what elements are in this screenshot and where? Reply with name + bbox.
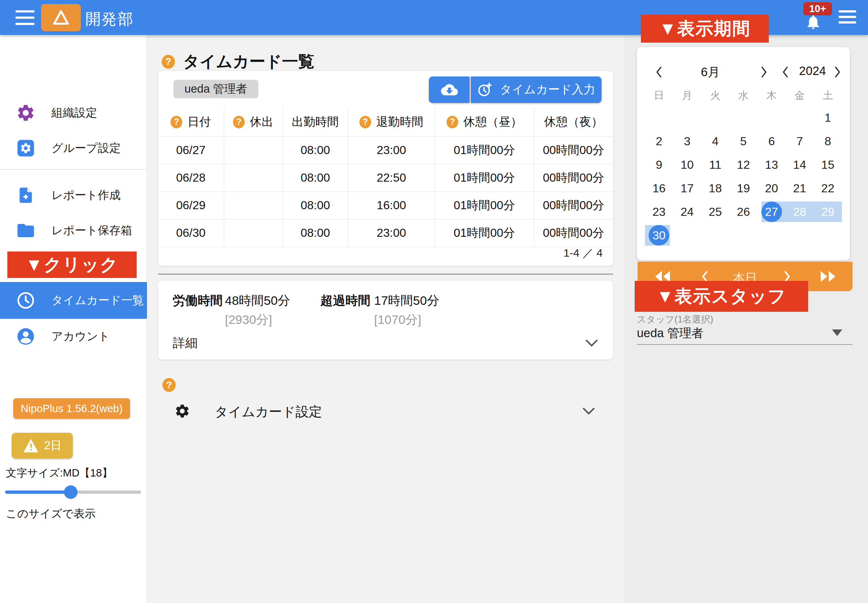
detail-expander[interactable]: 詳細 xyxy=(173,335,598,351)
sidebar: 組織設定 グループ設定 レポート作成 レポート保存箱 集計/CSV出 xyxy=(0,35,147,603)
help-icon[interactable]: ? xyxy=(162,55,175,69)
settings-help-icon[interactable]: ? xyxy=(162,378,176,392)
help-icon[interactable]: ? xyxy=(447,116,458,128)
table-row[interactable]: 06/3008:0023:0001時間00分00時間00分 xyxy=(158,219,613,247)
slider-thumb[interactable] xyxy=(64,485,77,499)
weekday-label: 金 xyxy=(786,84,814,107)
calendar-day[interactable]: 27 xyxy=(757,200,786,224)
notification-bell-icon[interactable] xyxy=(805,13,822,32)
version-button[interactable]: NipoPlus 1.56.2(web) xyxy=(13,398,130,419)
calendar-day[interactable]: 16 xyxy=(645,176,673,200)
timecard-input-button[interactable]: タイムカード入力 xyxy=(471,76,601,103)
fast-forward-icon[interactable] xyxy=(817,262,839,291)
calendar-day[interactable]: 8 xyxy=(814,130,842,153)
calendar-day[interactable]: 9 xyxy=(645,153,673,176)
table-cell: 16:00 xyxy=(348,192,435,219)
calendar-day[interactable]: 10 xyxy=(673,153,701,176)
table-row[interactable]: 06/2808:0022:5001時間00分00時間00分 xyxy=(158,164,613,192)
app-logo[interactable] xyxy=(41,4,81,31)
calendar-day[interactable]: 14 xyxy=(786,153,814,176)
calendar-day-empty xyxy=(814,224,842,247)
calendar-day[interactable]: 6 xyxy=(757,130,786,153)
table-cell: 06/30 xyxy=(158,219,224,247)
right-menu-hamburger-icon[interactable] xyxy=(839,10,856,23)
calendar-day[interactable]: 21 xyxy=(786,176,814,200)
calendar-day[interactable]: 28 xyxy=(786,200,814,224)
calendar-day[interactable]: 26 xyxy=(729,200,758,224)
calendar-day-empty xyxy=(729,224,758,247)
sidebar-item-group-settings[interactable]: グループ設定 xyxy=(0,130,147,166)
warning-days-button[interactable]: 2日 xyxy=(12,433,73,459)
sidebar-item-account[interactable]: アカウント xyxy=(0,319,147,354)
summary-card: 労働時間 48時間50分 [2930分] 超過時間 17時間50分 [1070分… xyxy=(158,281,613,360)
prev-year-icon[interactable] xyxy=(777,64,793,80)
calendar-week-row: 30 xyxy=(645,224,842,247)
labor-time-minutes: [2930分] xyxy=(225,311,272,328)
sidebar-item-report-box[interactable]: レポート保存箱 xyxy=(0,213,147,248)
font-size-slider[interactable] xyxy=(5,484,141,500)
staff-select[interactable]: スタッフ(1名選択) ueda 管理者 xyxy=(637,313,853,345)
calendar-day[interactable]: 13 xyxy=(757,153,786,176)
calendar-day[interactable]: 7 xyxy=(786,130,814,153)
calendar-day[interactable]: 1 xyxy=(814,106,842,130)
timecard-settings-expander[interactable]: タイムカード設定 xyxy=(158,395,613,428)
calendar-day[interactable]: 29 xyxy=(814,200,842,224)
calendar-day[interactable]: 5 xyxy=(729,130,758,153)
folder-icon xyxy=(15,220,36,241)
calendar-day[interactable]: 4 xyxy=(701,130,729,153)
help-icon[interactable]: ? xyxy=(171,116,182,128)
annotation-display-staff: ▼表示スタッフ xyxy=(635,281,808,312)
calendar-day[interactable]: 15 xyxy=(814,153,842,176)
weekday-label: 火 xyxy=(701,84,729,107)
calendar-day[interactable]: 18 xyxy=(701,176,729,200)
table-row[interactable]: 06/2908:0016:0001時間00分00時間00分 xyxy=(158,192,613,219)
help-icon[interactable]: ? xyxy=(359,116,371,128)
table-cell: 01時間00分 xyxy=(435,219,534,247)
download-button[interactable] xyxy=(429,76,470,103)
sidebar-item-label: タイムカード一覧 xyxy=(51,293,144,308)
table-header-cell: 出勤時間 xyxy=(282,108,348,136)
calendar-day[interactable]: 20 xyxy=(757,176,786,200)
calendar-week-row: 16171819202122 xyxy=(645,176,842,200)
calendar-day-empty xyxy=(786,224,814,247)
calendar-day[interactable]: 30 xyxy=(645,224,673,247)
calendar: 6月 2024 日月火水木金土 123456789101112131415161… xyxy=(637,47,850,260)
calendar-day-empty xyxy=(757,224,786,247)
table-row[interactable]: 06/2708:0023:0001時間00分00時間00分 xyxy=(158,136,613,164)
sidebar-item-report-create[interactable]: レポート作成 xyxy=(0,178,147,213)
menu-hamburger-icon[interactable] xyxy=(15,10,34,25)
help-icon[interactable]: ? xyxy=(233,116,245,128)
chevron-down-icon xyxy=(582,407,595,415)
annotation-click: ▼クリック xyxy=(7,252,137,278)
calendar-week-row: 2345678 xyxy=(645,130,842,153)
calendar-day[interactable]: 19 xyxy=(729,176,758,200)
table-cell: 06/28 xyxy=(158,164,224,192)
calendar-day[interactable]: 23 xyxy=(645,200,673,224)
calendar-day[interactable]: 12 xyxy=(729,153,758,176)
slider-fill xyxy=(5,490,71,494)
next-month-icon[interactable] xyxy=(756,64,772,80)
calendar-day[interactable]: 25 xyxy=(701,200,729,224)
calendar-day[interactable]: 2 xyxy=(645,130,673,153)
calendar-day[interactable]: 3 xyxy=(673,130,701,153)
table-header-cell: 休憩（夜） xyxy=(534,108,613,136)
sidebar-item-org-settings[interactable]: 組織設定 xyxy=(0,95,147,130)
calendar-day[interactable]: 22 xyxy=(814,176,842,200)
detail-label: 詳細 xyxy=(173,335,198,351)
table-cell: 00時間00分 xyxy=(534,136,613,164)
table-cell: 00時間00分 xyxy=(534,192,613,219)
calendar-day-empty xyxy=(757,106,786,130)
main-title: タイムカード一覧 xyxy=(183,51,314,73)
calendar-day[interactable]: 17 xyxy=(673,176,701,200)
table-header-cell: ?休出 xyxy=(224,108,282,136)
calendar-day[interactable]: 24 xyxy=(673,200,701,224)
sidebar-item-timecard-list[interactable]: タイムカード一覧 xyxy=(0,282,147,319)
clock-add-icon xyxy=(477,82,492,97)
table-cell: 08:00 xyxy=(282,136,348,164)
next-year-icon[interactable] xyxy=(829,64,846,80)
timecard-card: ueda 管理者 タイムカード入力 ?日付?休出出勤時間?退勤時間?休憩（昼）休… xyxy=(158,71,613,266)
calendar-day[interactable]: 11 xyxy=(701,153,729,176)
overtime-value: 17時間50分 xyxy=(374,292,439,309)
weekday-row: 日月火水木金土 xyxy=(645,84,842,107)
weekday-label: 日 xyxy=(645,84,673,107)
